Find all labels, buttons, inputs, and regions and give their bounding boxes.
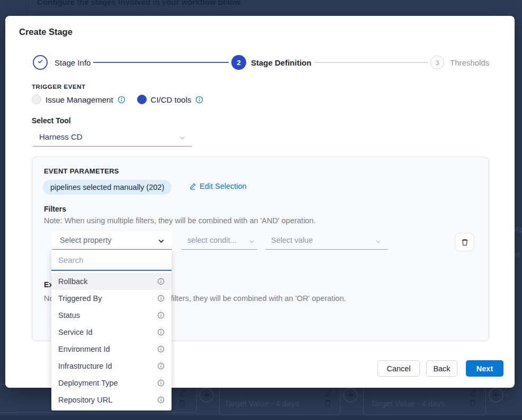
trigger-event-options: Issue Management CI/CD tools xyxy=(32,95,203,104)
radio-issue-management[interactable] xyxy=(32,95,41,104)
info-icon[interactable] xyxy=(157,278,165,285)
add-stage-icon xyxy=(343,388,358,403)
dropdown-item-label: Environment Id xyxy=(58,345,110,353)
cancel-button[interactable]: Cancel xyxy=(377,360,420,377)
stepper-connector xyxy=(314,62,428,63)
property-select-placeholder: Select property xyxy=(60,236,112,244)
condition-select[interactable]: select condit... xyxy=(182,232,257,250)
dropdown-item-status[interactable]: Status xyxy=(51,307,172,324)
step-1-label: Stage Info xyxy=(55,58,91,67)
dropdown-item-label: Triggered By xyxy=(58,294,102,303)
chevron-down-icon xyxy=(375,238,382,244)
dropdown-item-infrastructure-id[interactable]: Infrastructure Id xyxy=(51,358,172,375)
create-stage-modal: Create Stage Stage Info 2 Stage Definiti… xyxy=(5,16,515,388)
info-icon[interactable] xyxy=(157,379,165,387)
dropdown-item-label: Repository URL xyxy=(58,396,112,404)
edit-selection-label: Edit Selection xyxy=(200,182,247,190)
edit-icon xyxy=(324,388,332,397)
step-3-indicator[interactable]: 3 xyxy=(430,56,444,69)
trash-icon xyxy=(323,399,332,407)
step-2-label: Stage Definition xyxy=(251,58,311,67)
modal-title: Create Stage xyxy=(19,27,73,37)
background-text-fragment: Ap xyxy=(514,225,522,234)
value-select[interactable]: Select value xyxy=(265,232,388,250)
chevron-down-icon xyxy=(157,237,165,245)
radio-cicd-tools-label: CI/CD tools xyxy=(151,95,192,104)
target-value-label: Target Value - 4 days xyxy=(371,399,445,408)
trash-icon xyxy=(178,399,186,407)
dropdown-item-deployment-type[interactable]: Deployment Type xyxy=(51,375,172,391)
dropdown-item-triggered-by[interactable]: Triggered By xyxy=(51,290,172,307)
edit-selection-link[interactable]: Edit Selection xyxy=(189,182,247,190)
radio-cicd-tools[interactable] xyxy=(137,95,147,104)
delete-filter-button[interactable] xyxy=(455,233,474,251)
dropdown-item-label: Infrastructure Id xyxy=(58,362,112,370)
tool-select-value: Harness CD xyxy=(39,132,83,141)
dropdown-list: Rollback Triggered By Status Service Id … xyxy=(51,271,172,410)
info-icon[interactable] xyxy=(157,295,165,302)
dropdown-item-service-id[interactable]: Service Id xyxy=(51,324,172,341)
value-select-placeholder: Select value xyxy=(271,236,313,244)
condition-select-placeholder: select condit... xyxy=(187,236,237,244)
radio-issue-management-label: Issue Management xyxy=(46,95,113,104)
chevron-down-icon xyxy=(178,134,186,142)
event-parameters-heading: EVENT PARAMETERS xyxy=(44,167,119,175)
step-1-indicator[interactable] xyxy=(33,55,48,70)
background-footer-strip xyxy=(0,415,522,420)
dropdown-search xyxy=(51,250,172,271)
next-button[interactable]: Next xyxy=(466,360,503,377)
edit-icon xyxy=(189,182,196,190)
info-icon[interactable] xyxy=(157,396,165,404)
info-icon[interactable] xyxy=(195,96,203,104)
add-stage-icon xyxy=(199,388,214,403)
property-select[interactable]: Select property xyxy=(52,232,172,250)
trigger-event-label: TRIGGER EVENT xyxy=(32,84,86,90)
filters-heading: Filters xyxy=(44,205,66,213)
back-button[interactable]: Back xyxy=(426,360,457,377)
screen: Configure the stages involved in your wo… xyxy=(0,0,522,420)
filters-note: Note: When using multiple filters, they … xyxy=(44,216,316,225)
chevron-down-icon xyxy=(248,238,255,244)
trash-icon xyxy=(469,399,477,407)
background-page-heading: Configure the stages involved in your wo… xyxy=(37,0,242,6)
dropdown-item-label: Service Id xyxy=(58,328,92,336)
tool-select[interactable]: Harness CD xyxy=(33,129,192,147)
info-icon[interactable] xyxy=(157,362,165,370)
info-icon[interactable] xyxy=(157,312,165,319)
stepper-connector xyxy=(93,62,229,63)
step-2-indicator[interactable]: 2 xyxy=(231,55,246,70)
select-tool-label: Select Tool xyxy=(32,116,71,125)
dropdown-item-label: Status xyxy=(58,311,80,319)
pipelines-selection-chip: pipelines selected manually (202) xyxy=(43,180,172,195)
add-stage-icon xyxy=(489,388,503,403)
dropdown-item-rollback[interactable]: Rollback xyxy=(51,273,172,290)
info-icon[interactable] xyxy=(157,328,165,336)
dropdown-item-label: Deployment Type xyxy=(58,379,118,387)
target-value-label: Target Value - 4 days xyxy=(224,399,299,408)
dropdown-search-input[interactable] xyxy=(51,250,172,270)
background-divider xyxy=(25,0,26,16)
dropdown-item-label: Rollback xyxy=(58,277,88,286)
info-icon[interactable] xyxy=(118,96,125,104)
info-icon[interactable] xyxy=(157,345,165,353)
dropdown-item-environment-id[interactable]: Environment Id xyxy=(51,341,172,358)
edit-icon xyxy=(469,388,478,397)
trash-icon xyxy=(461,238,469,246)
step-3-label: Thresholds xyxy=(450,58,489,67)
dropdown-item-repository-url[interactable]: Repository URL xyxy=(51,391,172,408)
property-dropdown-menu: Rollback Triggered By Status Service Id … xyxy=(51,250,172,410)
edit-icon xyxy=(178,388,187,397)
check-icon xyxy=(37,58,44,67)
